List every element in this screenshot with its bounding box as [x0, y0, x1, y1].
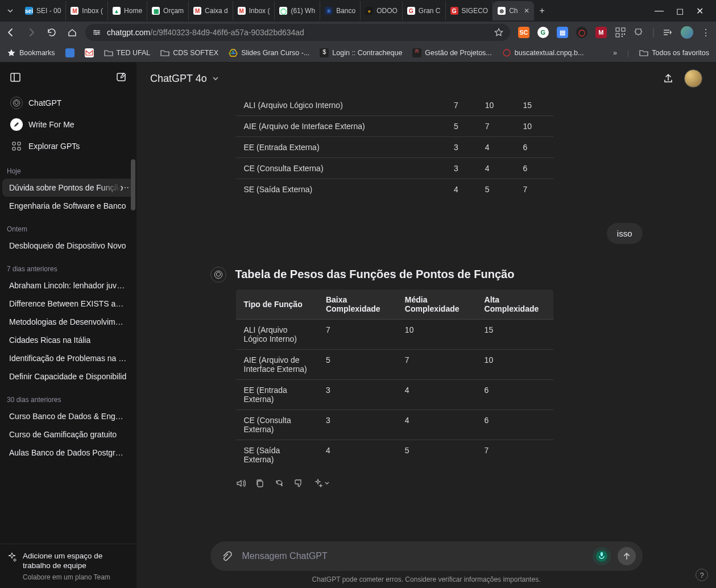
sidebar-nav-explore[interactable]: Explorar GPTs [5, 135, 132, 157]
sidebar-scrollbar-thumb[interactable] [131, 159, 135, 210]
sidebar-chat-item[interactable]: Identificação de Problemas na Ed [2, 349, 134, 367]
tab-favicon: sei [25, 7, 33, 15]
regenerate-button[interactable] [274, 478, 284, 488]
help-button[interactable]: ? [696, 569, 708, 581]
browser-tab[interactable]: ✳Banco [320, 1, 361, 20]
tab-list-dropdown[interactable] [2, 3, 18, 19]
chat-item-menu-button[interactable]: ⋯ [121, 183, 130, 192]
ext-icon-mendeley[interactable]: M [595, 27, 607, 38]
browser-tab[interactable]: ◯(61) Wh [275, 1, 320, 20]
tab-label: SIGECO [462, 7, 489, 15]
bookmark-item[interactable]: RGestão de Projetos... [412, 48, 491, 57]
address-bar[interactable]: chatgpt.com/c/9ff40323-84d9-46f6-a57a-90… [85, 24, 510, 41]
voice-input-button[interactable] [593, 547, 611, 565]
sidebar-chat-item[interactable]: Dúvida sobre Pontos de Função⋯ [2, 179, 134, 197]
browser-tab[interactable]: ▲Home [108, 1, 147, 20]
bookmarks-overflow-button[interactable]: » [613, 49, 617, 57]
bookmark-item[interactable]: $Login :: Contracheque [320, 48, 402, 57]
nav-forward-button[interactable] [26, 27, 36, 38]
profile-avatar-icon[interactable] [681, 26, 693, 39]
nav-back-button[interactable] [6, 27, 16, 38]
browser-tab[interactable]: MInbox ( [233, 1, 275, 20]
browser-tab[interactable]: ⊛Ch✕ [493, 1, 533, 20]
bookmark-item[interactable] [65, 48, 75, 57]
sidebar-nav-writeforme[interactable]: Write For Me [5, 114, 132, 135]
site-settings-icon[interactable] [92, 28, 101, 37]
tab-label: Caixa d [205, 7, 228, 15]
sidebar-chat-item[interactable]: Metodologias de Desenvolvimento [2, 313, 134, 331]
user-avatar[interactable] [684, 69, 702, 88]
bookmark-item[interactable] [85, 48, 94, 57]
browser-tab[interactable]: ▦Orçam [147, 1, 189, 20]
table-cell: 5 [397, 440, 477, 470]
ext-icon-sc[interactable]: SC [518, 27, 529, 38]
bookmark-item[interactable]: Bookmarks [7, 48, 55, 57]
chevron-down-icon [212, 74, 220, 82]
extensions-puzzle-icon[interactable] [634, 27, 644, 38]
sidebar-chat-item[interactable]: Cidades Ricas na Itália [2, 331, 134, 349]
browser-menu-icon[interactable]: ⋮ [701, 27, 710, 38]
composer: ChatGPT pode cometer erros. Considere ve… [136, 532, 716, 588]
sidebar-chat-item[interactable]: Desbloqueio de Dispositivo Novo [2, 237, 134, 255]
nav-home-button[interactable] [67, 27, 77, 38]
model-selector[interactable]: ChatGPT 4o [150, 73, 220, 85]
copy-button[interactable] [255, 478, 265, 488]
table-cell: 4 [477, 158, 515, 179]
message-input[interactable] [242, 551, 586, 561]
bookmark-item[interactable]: buscatextual.cnpq.b... [502, 48, 584, 57]
ext-icon-docs[interactable]: ▤ [557, 27, 568, 38]
sidebar-chat-item[interactable]: Difference Between EXISTS and IN [2, 295, 134, 313]
sidebar-chat-item[interactable]: Definir Capacidade e Disponibilid [2, 367, 134, 386]
sidebar-upsell-team[interactable]: Adicione um espaço de trabalho de equipe… [7, 551, 130, 581]
tab-favicon: ✳ [325, 7, 333, 15]
read-aloud-button[interactable] [235, 478, 246, 488]
side-panel-icon[interactable] [663, 27, 673, 38]
sidebar-chat-item[interactable]: Curso Banco de Dados & Engenh [2, 407, 134, 425]
sidebar-chat-item[interactable]: Engenharia de Software e Banco [2, 197, 134, 215]
svg-rect-9 [11, 73, 20, 81]
browser-tab[interactable]: ●ODOO [361, 1, 403, 20]
change-model-button[interactable] [313, 478, 330, 488]
ext-icon-grammarly[interactable]: G [537, 27, 549, 38]
window-maximize-button[interactable]: ◻ [676, 6, 684, 16]
bookmark-site-icon [502, 48, 511, 57]
sidebar-chat-item[interactable]: Curso de Gamificação gratuito [2, 425, 134, 444]
tab-close-button[interactable]: ✕ [524, 7, 529, 15]
send-button[interactable] [618, 547, 636, 565]
ext-icon-opera[interactable]: ◯ [576, 27, 587, 38]
table-cell: CE (Consulta Externa) [235, 410, 318, 440]
browser-tab[interactable]: seiSEI - 00 [20, 1, 66, 20]
bookmark-label: Bookmarks [19, 49, 55, 57]
browser-tab[interactable]: GSIGECO [446, 1, 494, 20]
disclaimer-text: ChatGPT pode cometer erros. Considere ve… [150, 575, 702, 583]
bookmark-star-icon[interactable] [494, 28, 503, 37]
ext-icon-qr[interactable] [615, 27, 626, 38]
all-bookmarks-folder[interactable]: Todos os favoritos [639, 48, 709, 57]
window-minimize-button[interactable]: — [655, 6, 664, 16]
browser-tab[interactable]: MCaixa d [189, 1, 233, 20]
window-close-button[interactable]: ✕ [696, 6, 703, 16]
new-tab-button[interactable]: + [534, 6, 551, 16]
bookmark-item[interactable]: CDS SOFTEX [160, 48, 218, 57]
table-header-cell: Média Complexidade [397, 289, 477, 320]
folder-icon [160, 48, 169, 57]
table-cell: 7 [477, 116, 515, 137]
sidebar-chat-item[interactable]: Aulas Banco de Dados PostgreSQ [2, 444, 134, 462]
table-cell: 10 [477, 95, 515, 116]
attach-button[interactable] [217, 547, 235, 565]
table-row: ALI (Arquivo Lógico Interno)71015 [235, 95, 553, 116]
sidebar-nav-explore-label: Explorar GPTs [28, 142, 80, 151]
browser-tab[interactable]: MInbox ( [66, 1, 108, 20]
bookmark-label: Gestão de Projetos... [425, 49, 491, 57]
sidebar-chat-item[interactable]: Abraham Lincoln: lenhador juvenil [2, 276, 134, 295]
bookmark-label: buscatextual.cnpq.b... [515, 49, 584, 57]
bookmark-item[interactable]: Slides Gran Curso -... [229, 48, 309, 57]
new-chat-button[interactable] [113, 69, 130, 86]
bookmark-item[interactable]: TED UFAL [104, 48, 151, 57]
sidebar-nav-chatgpt[interactable]: ChatGPT [5, 92, 132, 114]
thumbs-down-button[interactable] [293, 478, 304, 488]
nav-reload-button[interactable] [47, 27, 57, 38]
browser-tab[interactable]: GGran C [403, 1, 446, 20]
sidebar-toggle-button[interactable] [7, 69, 24, 86]
share-button[interactable] [663, 73, 674, 84]
